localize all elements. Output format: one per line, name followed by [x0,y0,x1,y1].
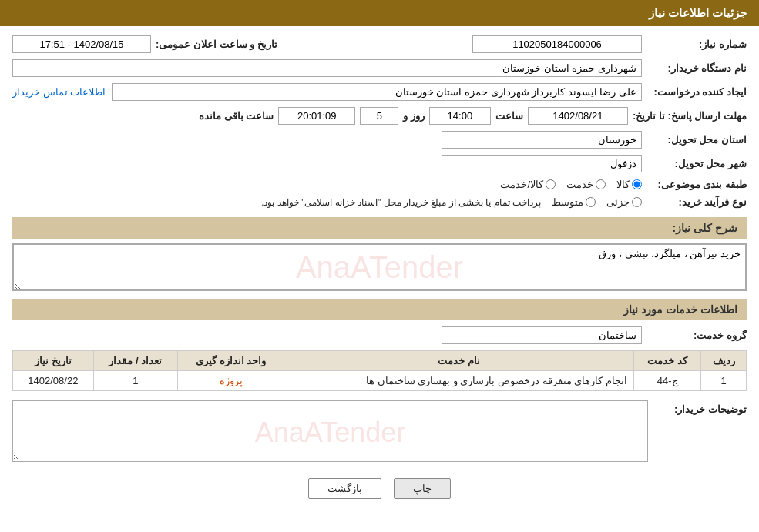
creator-label: ایجاد کننده درخواست: [646,86,747,98]
need-desc-label: شرح کلی نیاز: [673,222,737,234]
deadline-remaining-input[interactable] [278,107,355,125]
deadline-time-label: ساعت [495,110,523,122]
service-group-label: گروه خدمت: [646,330,747,341]
need-desc-textarea[interactable]: خرید تیرآهن ، میلگرد، نبشی ، ورق [13,244,746,290]
cell-name: انجام کارهای متفرقه درخصوص بازسازی و بهس… [284,371,634,391]
buyer-desc-label: توضیحات خریدار: [654,400,747,415]
page-header: جزئیات اطلاعات نیاز [0,0,759,26]
col-row: ردیف [701,351,747,371]
need-number-label: شماره نیاز: [646,38,747,50]
category-row: طبقه بندی موضوعی: کالا خدمت کالا/خدمت [12,177,747,192]
need-number-input[interactable] [472,35,642,53]
service-group-input[interactable] [442,326,642,344]
buyer-name-input[interactable] [12,59,642,77]
main-content: شماره نیاز: تاریخ و ساعت اعلان عمومی: نا… [0,26,759,507]
need-number-row: شماره نیاز: تاریخ و ساعت اعلان عمومی: [12,34,747,55]
announce-datetime-input[interactable] [12,35,151,53]
contact-info-link[interactable]: اطلاعات تماس خریدار [12,86,106,98]
deadline-days-input[interactable] [360,107,398,125]
need-desc-box-wrapper: AnaATender خرید تیرآهن ، میلگرد، نبشی ، … [12,243,747,291]
service-group-row: گروه خدمت: [12,325,747,346]
province-input[interactable] [442,131,642,149]
col-name: نام خدمت [284,351,634,371]
deadline-label: مهلت ارسال پاسخ: تا تاریخ: [633,110,747,122]
cell-unit: پروژه [178,371,284,391]
deadline-row: مهلت ارسال پاسخ: تا تاریخ: ساعت روز و سا… [12,105,747,126]
province-label: استان محل تحویل: [646,134,747,146]
province-row: استان محل تحویل: [12,129,747,150]
buyer-name-label: نام دستگاه خریدار: [646,62,747,74]
back-button[interactable]: بازگشت [308,478,381,499]
creator-row: ایجاد کننده درخواست: اطلاعات تماس خریدار [12,82,747,102]
deadline-days-label: روز و [403,110,425,122]
services-table: ردیف کد خدمت نام خدمت واحد اندازه گیری ت… [12,350,747,391]
cell-date: 1402/08/22 [13,371,94,391]
print-button[interactable]: چاپ [394,478,451,499]
buttons-row: چاپ بازگشت [12,478,747,499]
col-count: تعداد / مقدار [93,351,177,371]
buyer-desc-wrapper: توضیحات خریدار: AnaATender [12,400,747,464]
purchase-type-row: نوع فرآیند خرید: جزئی متوسط پرداخت تمام … [12,195,747,209]
deadline-remaining-label: ساعت باقی مانده [199,110,274,122]
buyer-desc-textarea[interactable] [12,400,648,462]
buyer-name-row: نام دستگاه خریدار: [12,58,747,79]
col-unit: واحد اندازه گیری [178,351,284,371]
purchase-jozyi[interactable]: جزئی [606,196,642,208]
purchase-motavasset[interactable]: متوسط [552,196,596,208]
category-khedmat[interactable]: خدمت [566,179,606,190]
page-title: جزئیات اطلاعات نیاز [649,6,747,19]
creator-input[interactable] [112,83,642,101]
deadline-date-input[interactable] [528,107,628,125]
buyer-desc-box-container: AnaATender [12,400,648,464]
announce-datetime-label: تاریخ و ساعت اعلان عمومی: [156,38,277,50]
need-desc-header: شرح کلی نیاز: [12,217,747,239]
city-input[interactable] [442,155,642,172]
purchase-type-label: نوع فرآیند خرید: [646,196,747,208]
deadline-time-input[interactable] [429,107,491,125]
services-section-header: اطلاعات خدمات مورد نیاز [12,299,747,320]
col-date: تاریخ نیاز [13,351,94,371]
services-section-label: اطلاعات خدمات مورد نیاز [623,303,737,316]
page-wrapper: جزئیات اطلاعات نیاز شماره نیاز: تاریخ و … [0,0,759,532]
cell-count: 1 [93,371,177,391]
city-row: شهر محل تحویل: [12,153,747,174]
table-row: 1 ج-44 انجام کارهای متفرقه درخصوص بازساز… [13,371,747,391]
category-kala-khedmat[interactable]: کالا/خدمت [500,179,556,190]
city-label: شهر محل تحویل: [646,158,747,169]
cell-row: 1 [701,371,747,391]
category-label: طبقه بندی موضوعی: [646,179,747,190]
cell-code: ج-44 [633,371,700,391]
buyer-desc-section: توضیحات خریدار: AnaATender [12,400,747,464]
col-code: کد خدمت [633,351,700,371]
need-desc-section: شرح کلی نیاز: AnaATender خرید تیرآهن ، م… [12,217,747,291]
purchase-type-note: پرداخت تمام یا بخشی از مبلغ خریدار محل "… [261,197,541,208]
category-kala[interactable]: کالا [616,179,642,190]
